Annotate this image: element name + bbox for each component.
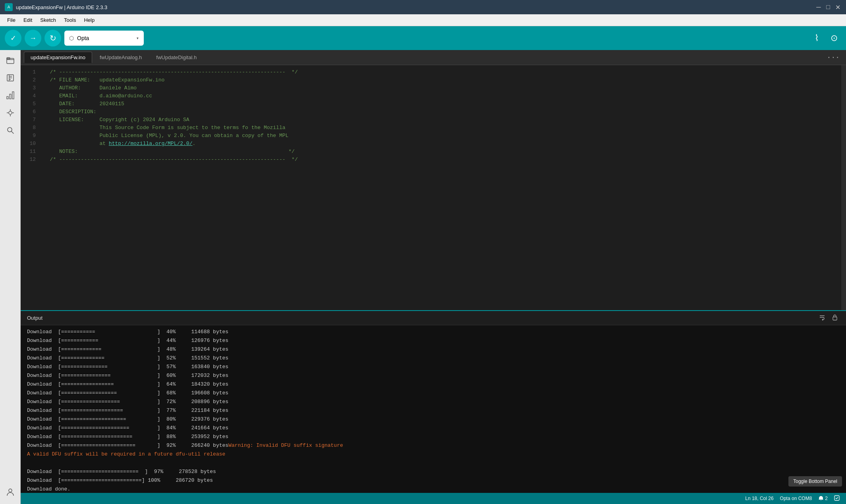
output-line-7: Download [================= ] 64% 184320… bbox=[27, 380, 840, 389]
line-num-2: 2 bbox=[21, 76, 41, 84]
toggle-bottom-panel-tooltip: Toggle Bottom Panel bbox=[788, 476, 842, 487]
output-line-9: Download [=================== ] 72% 2088… bbox=[27, 398, 840, 406]
output-line-3: Download [============= ] 48% 139264 byt… bbox=[27, 345, 840, 354]
folder-icon bbox=[6, 56, 15, 67]
line-num-12: 12 bbox=[21, 156, 41, 164]
output-line-13: Download [======================= ] 88% … bbox=[27, 433, 840, 441]
menu-help[interactable]: Help bbox=[80, 15, 99, 25]
minimize-button[interactable]: ─ bbox=[815, 4, 822, 11]
output-panel: Output Download [=========== ] 40% 11468… bbox=[21, 310, 846, 493]
output-line-11: Download [===================== ] 80% 22… bbox=[27, 415, 840, 424]
menu-bar: File Edit Sketch Tools Help bbox=[0, 14, 846, 26]
svg-rect-3 bbox=[7, 97, 8, 99]
plotter-icon: ⌇ bbox=[815, 33, 819, 43]
output-header: Output bbox=[21, 310, 846, 325]
sidebar-debug-button[interactable] bbox=[2, 106, 18, 122]
code-line-1: /* -------------------------------------… bbox=[41, 68, 841, 76]
code-content: /* -------------------------------------… bbox=[41, 65, 841, 310]
debug-button[interactable]: ↻ bbox=[44, 30, 61, 46]
output-lock-button[interactable] bbox=[830, 313, 840, 323]
sidebar-user-button[interactable] bbox=[2, 485, 18, 501]
sidebar-library-button[interactable] bbox=[2, 88, 18, 104]
menu-tools[interactable]: Tools bbox=[60, 15, 80, 25]
output-line-5: Download [=============== ] 57% 163840 b… bbox=[27, 363, 840, 371]
output-line-14: Download [======================== ] 92%… bbox=[27, 441, 840, 450]
code-line-4: EMAIL: d.aimo@arduino.cc bbox=[41, 92, 841, 100]
line-num-11: 11 bbox=[21, 148, 41, 156]
line-num-4: 4 bbox=[21, 92, 41, 100]
book-icon bbox=[6, 73, 15, 84]
menu-edit[interactable]: Edit bbox=[19, 15, 36, 25]
tab-analog-h[interactable]: fwUpdateAnalog.h bbox=[93, 52, 149, 63]
close-button[interactable]: ✕ bbox=[834, 4, 841, 11]
verify-status-icon bbox=[834, 495, 840, 502]
line-num-6: 6 bbox=[21, 108, 41, 116]
serial-monitor-button[interactable]: ⊙ bbox=[827, 31, 841, 45]
chevron-down-icon: ▾ bbox=[136, 35, 139, 41]
tab-main-ino[interactable]: updateExpansionFw.ino bbox=[24, 52, 92, 63]
code-line-5: DATE: 20240115 bbox=[41, 100, 841, 108]
upload-button[interactable]: → bbox=[25, 30, 41, 46]
output-line-blank bbox=[27, 459, 840, 467]
code-line-3: AUTHOR: Daniele Aimo bbox=[41, 84, 841, 92]
status-right: Ln 18, Col 26 Opta on COM8 2 bbox=[745, 495, 840, 502]
line-num-5: 5 bbox=[21, 100, 41, 108]
sidebar-search-button[interactable] bbox=[2, 123, 18, 139]
editor-area: updateExpansionFw.ino fwUpdateAnalog.h f… bbox=[21, 50, 846, 504]
debug-icon: ↻ bbox=[50, 33, 56, 43]
code-line-2: /* FILE NAME: updateExpansionFw.ino bbox=[41, 76, 841, 84]
output-line-1: Download [=========== ] 40% 114688 bytes bbox=[27, 328, 840, 336]
line-num-8: 8 bbox=[21, 124, 41, 132]
tabs-bar: updateExpansionFw.ino fwUpdateAnalog.h f… bbox=[21, 50, 846, 65]
debug2-icon bbox=[6, 108, 15, 119]
toolbar: ✓ → ↻ ⬡ Opta ▾ ⌇ ⊙ bbox=[0, 26, 846, 50]
output-line-6: Download [================ ] 60% 172032 … bbox=[27, 371, 840, 380]
upload-icon: → bbox=[29, 34, 37, 42]
sidebar bbox=[0, 50, 21, 504]
code-line-11: NOTES: */ bbox=[41, 148, 841, 156]
output-title: Output bbox=[27, 315, 42, 321]
tab-digital-h[interactable]: fwUpdateDigital.h bbox=[149, 52, 203, 63]
code-editor[interactable]: 1 2 3 4 5 6 7 8 9 10 11 12 /* -- bbox=[21, 65, 841, 310]
user-icon bbox=[6, 488, 15, 498]
app-icon: A bbox=[5, 3, 13, 11]
line-num-7: 7 bbox=[21, 116, 41, 124]
svg-rect-5 bbox=[12, 92, 14, 99]
output-line-8: Download [================== ] 68% 19660… bbox=[27, 389, 840, 398]
output-line-12: Download [====================== ] 84% 2… bbox=[27, 424, 840, 433]
maximize-button[interactable]: □ bbox=[825, 4, 832, 11]
code-line-8: This Source Code Form is subject to the … bbox=[41, 124, 841, 132]
output-line-10: Download [==================== ] 77% 221… bbox=[27, 406, 840, 415]
output-wrap-button[interactable] bbox=[817, 313, 827, 323]
svg-point-6 bbox=[9, 111, 12, 114]
code-line-10: at http://mozilla.org/MPL/2.0/. bbox=[41, 140, 841, 148]
sidebar-files-button[interactable] bbox=[2, 53, 18, 69]
code-editor-container: 1 2 3 4 5 6 7 8 9 10 11 12 /* -- bbox=[21, 65, 846, 310]
serial-plotter-button[interactable]: ⌇ bbox=[809, 31, 824, 45]
svg-point-7 bbox=[8, 127, 12, 132]
board-selector[interactable]: ⬡ Opta ▾ bbox=[64, 31, 144, 46]
code-line-6: DESCRIPTION: bbox=[41, 108, 841, 116]
output-line-2: Download [============ ] 44% 126976 byte… bbox=[27, 336, 840, 345]
toolbar-right: ⌇ ⊙ bbox=[809, 31, 841, 45]
menu-file[interactable]: File bbox=[3, 15, 19, 25]
output-line-18: Download [==========================] 10… bbox=[27, 476, 840, 485]
title-bar-left: A updateExpansionFw | Arduino IDE 2.3.3 bbox=[5, 3, 107, 11]
tabs-more-button[interactable]: ··· bbox=[824, 52, 843, 63]
output-line-17: Download [========================= ] 97… bbox=[27, 467, 840, 476]
code-line-9: Public License (MPL), v 2.0. You can obt… bbox=[41, 132, 841, 140]
output-content[interactable]: Download [=========== ] 40% 114688 bytes… bbox=[21, 325, 846, 493]
line-num-9: 9 bbox=[21, 132, 41, 140]
title-bar: A updateExpansionFw | Arduino IDE 2.3.3 … bbox=[0, 0, 846, 14]
notification-badge: 2 bbox=[818, 496, 828, 501]
editor-scrollbar[interactable] bbox=[841, 65, 846, 310]
menu-sketch[interactable]: Sketch bbox=[36, 15, 60, 25]
sidebar-book-button[interactable] bbox=[2, 71, 18, 87]
board-port: Opta on COM8 bbox=[780, 496, 812, 501]
verify-button[interactable]: ✓ bbox=[5, 30, 21, 46]
library-icon bbox=[6, 91, 15, 102]
verify-icon: ✓ bbox=[10, 34, 16, 42]
svg-rect-10 bbox=[834, 496, 839, 500]
search-icon bbox=[6, 126, 15, 137]
board-name: Opta bbox=[77, 35, 133, 41]
